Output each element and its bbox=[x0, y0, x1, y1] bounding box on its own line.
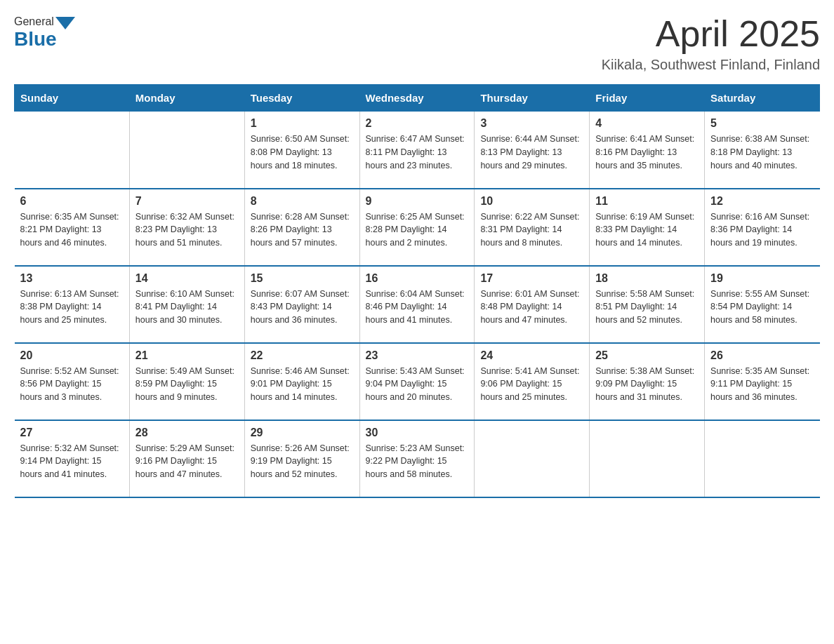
day-info: Sunrise: 5:49 AM Sunset: 8:59 PM Dayligh… bbox=[135, 365, 239, 404]
day-info: Sunrise: 6:47 AM Sunset: 8:11 PM Dayligh… bbox=[366, 133, 469, 172]
day-number: 1 bbox=[251, 117, 354, 130]
calendar-cell bbox=[15, 112, 130, 189]
logo-blue-text: Blue bbox=[14, 28, 57, 51]
day-number: 22 bbox=[251, 349, 354, 362]
calendar-cell: 24Sunrise: 5:41 AM Sunset: 9:06 PM Dayli… bbox=[475, 343, 590, 420]
day-info: Sunrise: 6:13 AM Sunset: 8:38 PM Dayligh… bbox=[20, 288, 124, 327]
calendar-week-row: 6Sunrise: 6:35 AM Sunset: 8:21 PM Daylig… bbox=[15, 189, 820, 266]
weekday-header-thursday: Thursday bbox=[475, 85, 590, 112]
day-number: 6 bbox=[20, 195, 124, 208]
title-area: April 2025 Kiikala, Southwest Finland, F… bbox=[602, 14, 820, 73]
day-info: Sunrise: 6:28 AM Sunset: 8:26 PM Dayligh… bbox=[251, 210, 354, 250]
day-number: 20 bbox=[20, 349, 124, 362]
day-info: Sunrise: 6:19 AM Sunset: 8:33 PM Dayligh… bbox=[595, 210, 699, 250]
day-info: Sunrise: 5:38 AM Sunset: 9:09 PM Dayligh… bbox=[595, 365, 699, 404]
calendar-header: SundayMondayTuesdayWednesdayThursdayFrid… bbox=[15, 85, 820, 112]
calendar-cell: 11Sunrise: 6:19 AM Sunset: 8:33 PM Dayli… bbox=[590, 189, 705, 266]
day-number: 28 bbox=[135, 427, 239, 439]
page-header: General Blue April 2025 Kiikala, Southwe… bbox=[14, 14, 820, 73]
day-number: 30 bbox=[366, 427, 469, 439]
weekday-header-wednesday: Wednesday bbox=[359, 85, 475, 112]
day-info: Sunrise: 5:55 AM Sunset: 8:54 PM Dayligh… bbox=[710, 288, 814, 327]
day-info: Sunrise: 6:32 AM Sunset: 8:23 PM Dayligh… bbox=[135, 210, 239, 250]
calendar-cell: 25Sunrise: 5:38 AM Sunset: 9:09 PM Dayli… bbox=[590, 343, 705, 420]
calendar-cell: 20Sunrise: 5:52 AM Sunset: 8:56 PM Dayli… bbox=[15, 343, 130, 420]
day-number: 8 bbox=[251, 195, 354, 208]
calendar-cell: 18Sunrise: 5:58 AM Sunset: 8:51 PM Dayli… bbox=[590, 266, 705, 343]
calendar-cell: 4Sunrise: 6:41 AM Sunset: 8:16 PM Daylig… bbox=[590, 112, 705, 189]
day-number: 14 bbox=[135, 272, 239, 285]
calendar-cell: 21Sunrise: 5:49 AM Sunset: 8:59 PM Dayli… bbox=[129, 343, 244, 420]
calendar-cell bbox=[475, 420, 590, 497]
weekday-header-tuesday: Tuesday bbox=[244, 85, 359, 112]
day-number: 27 bbox=[20, 427, 124, 439]
day-info: Sunrise: 6:04 AM Sunset: 8:46 PM Dayligh… bbox=[366, 288, 469, 327]
day-number: 21 bbox=[135, 349, 239, 362]
calendar-week-row: 1Sunrise: 6:50 AM Sunset: 8:08 PM Daylig… bbox=[15, 112, 820, 189]
day-info: Sunrise: 6:10 AM Sunset: 8:41 PM Dayligh… bbox=[135, 288, 239, 327]
day-info: Sunrise: 6:41 AM Sunset: 8:16 PM Dayligh… bbox=[595, 133, 699, 172]
day-number: 10 bbox=[480, 195, 583, 208]
day-info: Sunrise: 5:23 AM Sunset: 9:22 PM Dayligh… bbox=[366, 442, 469, 481]
weekday-header-saturday: Saturday bbox=[705, 85, 820, 112]
day-info: Sunrise: 6:07 AM Sunset: 8:43 PM Dayligh… bbox=[251, 288, 354, 327]
calendar-cell: 29Sunrise: 5:26 AM Sunset: 9:19 PM Dayli… bbox=[244, 420, 359, 497]
day-info: Sunrise: 6:38 AM Sunset: 8:18 PM Dayligh… bbox=[710, 133, 814, 172]
day-number: 4 bbox=[595, 117, 699, 130]
calendar-cell: 7Sunrise: 6:32 AM Sunset: 8:23 PM Daylig… bbox=[129, 189, 244, 266]
calendar-cell: 15Sunrise: 6:07 AM Sunset: 8:43 PM Dayli… bbox=[244, 266, 359, 343]
day-info: Sunrise: 5:58 AM Sunset: 8:51 PM Dayligh… bbox=[595, 288, 699, 327]
day-info: Sunrise: 6:01 AM Sunset: 8:48 PM Dayligh… bbox=[480, 288, 583, 327]
calendar-cell: 30Sunrise: 5:23 AM Sunset: 9:22 PM Dayli… bbox=[359, 420, 475, 497]
calendar-cell: 5Sunrise: 6:38 AM Sunset: 8:18 PM Daylig… bbox=[705, 112, 820, 189]
day-number: 7 bbox=[135, 195, 239, 208]
day-number: 16 bbox=[366, 272, 469, 285]
day-info: Sunrise: 5:46 AM Sunset: 9:01 PM Dayligh… bbox=[251, 365, 354, 404]
day-info: Sunrise: 6:16 AM Sunset: 8:36 PM Dayligh… bbox=[710, 210, 814, 250]
calendar-cell: 8Sunrise: 6:28 AM Sunset: 8:26 PM Daylig… bbox=[244, 189, 359, 266]
day-number: 2 bbox=[366, 117, 469, 130]
calendar-cell: 26Sunrise: 5:35 AM Sunset: 9:11 PM Dayli… bbox=[705, 343, 820, 420]
day-info: Sunrise: 5:52 AM Sunset: 8:56 PM Dayligh… bbox=[20, 365, 124, 404]
calendar-cell: 1Sunrise: 6:50 AM Sunset: 8:08 PM Daylig… bbox=[244, 112, 359, 189]
calendar-cell: 2Sunrise: 6:47 AM Sunset: 8:11 PM Daylig… bbox=[359, 112, 475, 189]
day-info: Sunrise: 5:26 AM Sunset: 9:19 PM Dayligh… bbox=[251, 442, 354, 481]
day-number: 26 bbox=[710, 349, 814, 362]
day-number: 19 bbox=[710, 272, 814, 285]
calendar-cell: 27Sunrise: 5:32 AM Sunset: 9:14 PM Dayli… bbox=[15, 420, 130, 497]
day-info: Sunrise: 6:25 AM Sunset: 8:28 PM Dayligh… bbox=[366, 210, 469, 250]
month-title: April 2025 bbox=[602, 14, 820, 54]
day-info: Sunrise: 5:35 AM Sunset: 9:11 PM Dayligh… bbox=[710, 365, 814, 404]
calendar-week-row: 20Sunrise: 5:52 AM Sunset: 8:56 PM Dayli… bbox=[15, 343, 820, 420]
calendar-body: 1Sunrise: 6:50 AM Sunset: 8:08 PM Daylig… bbox=[15, 112, 820, 497]
logo: General Blue bbox=[14, 14, 75, 51]
calendar-cell: 14Sunrise: 6:10 AM Sunset: 8:41 PM Dayli… bbox=[129, 266, 244, 343]
calendar-cell: 17Sunrise: 6:01 AM Sunset: 8:48 PM Dayli… bbox=[475, 266, 590, 343]
day-number: 23 bbox=[366, 349, 469, 362]
day-number: 24 bbox=[480, 349, 583, 362]
day-number: 9 bbox=[366, 195, 469, 208]
logo-general-text: General bbox=[14, 15, 54, 28]
calendar-cell bbox=[590, 420, 705, 497]
day-number: 12 bbox=[710, 195, 814, 208]
day-info: Sunrise: 5:32 AM Sunset: 9:14 PM Dayligh… bbox=[20, 442, 124, 481]
weekday-header-friday: Friday bbox=[590, 85, 705, 112]
calendar-cell: 13Sunrise: 6:13 AM Sunset: 8:38 PM Dayli… bbox=[15, 266, 130, 343]
location-text: Kiikala, Southwest Finland, Finland bbox=[602, 57, 820, 73]
weekday-header-sunday: Sunday bbox=[15, 85, 130, 112]
day-info: Sunrise: 5:29 AM Sunset: 9:16 PM Dayligh… bbox=[135, 442, 239, 481]
logo-arrow-icon bbox=[55, 17, 75, 29]
day-info: Sunrise: 5:41 AM Sunset: 9:06 PM Dayligh… bbox=[480, 365, 583, 404]
calendar-cell: 10Sunrise: 6:22 AM Sunset: 8:31 PM Dayli… bbox=[475, 189, 590, 266]
weekday-header-monday: Monday bbox=[129, 85, 244, 112]
calendar-cell: 3Sunrise: 6:44 AM Sunset: 8:13 PM Daylig… bbox=[475, 112, 590, 189]
day-info: Sunrise: 6:50 AM Sunset: 8:08 PM Dayligh… bbox=[251, 133, 354, 172]
calendar-week-row: 27Sunrise: 5:32 AM Sunset: 9:14 PM Dayli… bbox=[15, 420, 820, 497]
day-info: Sunrise: 6:44 AM Sunset: 8:13 PM Dayligh… bbox=[480, 133, 583, 172]
calendar-cell: 9Sunrise: 6:25 AM Sunset: 8:28 PM Daylig… bbox=[359, 189, 475, 266]
day-info: Sunrise: 5:43 AM Sunset: 9:04 PM Dayligh… bbox=[366, 365, 469, 404]
calendar-cell: 22Sunrise: 5:46 AM Sunset: 9:01 PM Dayli… bbox=[244, 343, 359, 420]
calendar-cell: 19Sunrise: 5:55 AM Sunset: 8:54 PM Dayli… bbox=[705, 266, 820, 343]
day-number: 11 bbox=[595, 195, 699, 208]
calendar-cell: 6Sunrise: 6:35 AM Sunset: 8:21 PM Daylig… bbox=[15, 189, 130, 266]
